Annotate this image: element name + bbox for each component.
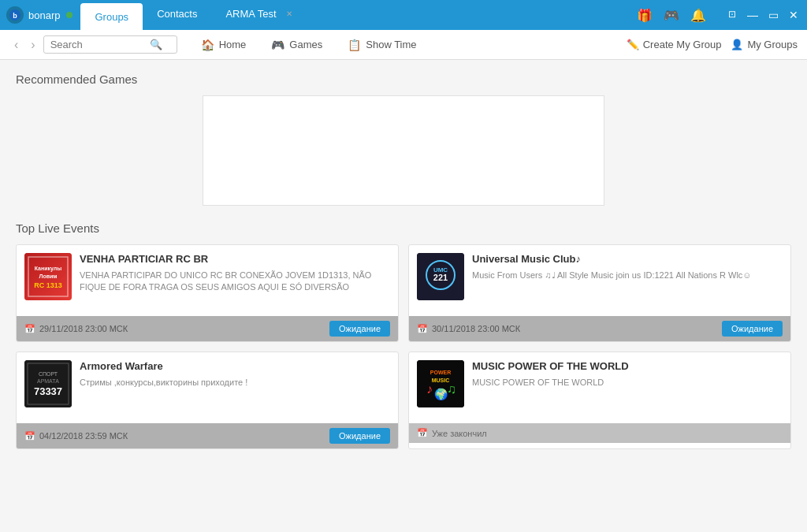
live-events-title: Top Live Events <box>16 221 791 235</box>
event-date-umc: 30/11/2018 23:00 МСК <box>432 324 520 333</box>
event-footer-left-rc-br: 📅 29/11/2018 23:00 МСК <box>24 324 128 334</box>
username-label: bonarp <box>28 9 60 21</box>
window-controls: ⊡ — ▭ ✕ <box>725 9 801 21</box>
calendar-icon-arma: 📅 <box>24 431 35 441</box>
nav-tab-showtime-label: Show Time <box>366 39 416 50</box>
bell-icon[interactable]: 🔔 <box>690 8 706 23</box>
event-body-arma: СПОРТ АРМАТА 73337 Armored Warfare Стрим… <box>17 352 398 423</box>
svg-text:b: b <box>13 12 17 20</box>
event-footer-left-umc: 📅 30/11/2018 23:00 МСК <box>417 324 520 334</box>
recommended-games-banner <box>203 95 604 206</box>
calendar-icon-umc: 📅 <box>417 324 428 334</box>
event-desc-rc-br: VENHA PARTICIPAR DO UNICO RC BR CONEXÃO … <box>80 270 390 294</box>
svg-text:🌍: 🌍 <box>434 388 448 401</box>
svg-text:СПОРТ: СПОРТ <box>39 371 58 377</box>
search-icon: 🔍 <box>150 39 162 50</box>
tab-bar: Groups Contacts ARMA Test ✕ <box>80 0 637 30</box>
calendar-icon-rc-br: 📅 <box>24 324 35 334</box>
title-bar: b bonarp Groups Contacts ARMA Test ✕ 🎁 🎮… <box>0 0 807 30</box>
nav-tab-home-label: Home <box>219 39 247 50</box>
toolbar-right: ✏️ Create My Group 👤 My Groups <box>627 39 798 50</box>
event-name-rc-br: VENHA PARTICIAR RC BR <box>80 253 390 265</box>
app-logo: b <box>6 6 24 24</box>
live-events-section: Top Live Events Каникулы Ловим RC 1313 <box>16 221 791 449</box>
logo-area: b bonarp <box>6 6 73 24</box>
nav-tab-games[interactable]: 🎮 Games <box>258 34 335 56</box>
create-group-label: Create My Group <box>643 39 722 50</box>
event-card-rc-br: Каникулы Ловим RC 1313 VENHA PARTICIAR R… <box>16 244 399 342</box>
event-card-music-world: POWER MUSIC ♪ 🌍 ♫ MUSIC POWER OF THE WOR… <box>408 352 791 449</box>
event-footer-arma: 📅 04/12/2018 23:59 МСК Ожидание <box>17 423 398 448</box>
tab-groups-label: Groups <box>95 11 128 23</box>
event-info-music-world: MUSIC POWER OF THE WORLD MUSIC POWER OF … <box>472 360 783 415</box>
svg-text:♪: ♪ <box>426 382 433 396</box>
tab-groups[interactable]: Groups <box>80 3 143 30</box>
svg-text:RC 1313: RC 1313 <box>34 281 62 289</box>
search-box: 🔍 <box>43 35 177 54</box>
minimize-button[interactable]: — <box>746 9 760 21</box>
my-groups-label: My Groups <box>747 39 798 50</box>
svg-text:POWER: POWER <box>430 370 451 375</box>
toolbar: ‹ › 🔍 🏠 Home 🎮 Games 📋 Show Time ✏️ Crea… <box>0 30 807 60</box>
svg-text:Ловим: Ловим <box>39 273 58 279</box>
event-card-umc: UMC 221 Universal Music Club♪ Music From… <box>408 244 791 342</box>
event-thumb-umc: UMC 221 <box>417 253 464 300</box>
svg-text:221: 221 <box>433 273 448 282</box>
nav-tabs: 🏠 Home 🎮 Games 📋 Show Time <box>188 34 623 56</box>
tab-contacts-label: Contacts <box>157 8 197 20</box>
event-date-rc-br: 29/11/2018 23:00 МСК <box>39 324 128 333</box>
event-footer-rc-br: 📅 29/11/2018 23:00 МСК Ожидание <box>17 316 398 341</box>
tab-arma-test[interactable]: ARMA Test ✕ <box>211 0 306 30</box>
svg-text:АРМАТА: АРМАТА <box>37 378 59 384</box>
fullscreen-button[interactable]: ⊡ <box>725 9 739 21</box>
event-thumb-arma: СПОРТ АРМАТА 73337 <box>24 360 72 407</box>
recommended-title: Recommended Games <box>16 73 791 86</box>
event-body-rc-br: Каникулы Ловим RC 1313 VENHA PARTICIAR R… <box>17 245 398 316</box>
svg-text:73337: 73337 <box>34 385 62 397</box>
forward-button[interactable]: › <box>26 35 39 55</box>
back-button[interactable]: ‹ <box>9 35 23 55</box>
event-info-umc: Universal Music Club♪ Music From Users ♫… <box>472 253 783 308</box>
showtime-icon: 📋 <box>348 39 361 51</box>
event-desc-umc: Music From Users ♫♩ All Style Music join… <box>472 270 783 281</box>
tab-arma-test-close[interactable]: ✕ <box>286 9 292 18</box>
svg-rect-16 <box>417 360 464 407</box>
event-body-music-world: POWER MUSIC ♪ 🌍 ♫ MUSIC POWER OF THE WOR… <box>409 352 790 423</box>
event-name-umc: Universal Music Club♪ <box>472 253 783 265</box>
event-footer-umc: 📅 30/11/2018 23:00 МСК Ожидание <box>409 316 790 341</box>
event-body-umc: UMC 221 Universal Music Club♪ Music From… <box>409 245 790 316</box>
event-thumb-rc-br: Каникулы Ловим RC 1313 <box>24 253 72 300</box>
event-card-arma: СПОРТ АРМАТА 73337 Armored Warfare Стрим… <box>16 352 399 449</box>
svg-text:Каникулы: Каникулы <box>35 266 62 272</box>
nav-tab-showtime[interactable]: 📋 Show Time <box>335 34 429 56</box>
restore-button[interactable]: ▭ <box>766 9 780 21</box>
games-icon: 🎮 <box>271 39 284 51</box>
event-status-music-world: Уже закончил <box>432 429 487 438</box>
my-groups-link[interactable]: 👤 My Groups <box>731 39 798 50</box>
svg-text:♫: ♫ <box>447 382 456 396</box>
tab-arma-test-label: ARMA Test <box>225 8 276 20</box>
event-footer-left-arma: 📅 04/12/2018 23:59 МСК <box>24 431 128 441</box>
nav-tab-home[interactable]: 🏠 Home <box>188 34 259 56</box>
event-date-arma: 04/12/2018 23:59 МСК <box>39 431 128 441</box>
close-button[interactable]: ✕ <box>787 9 801 21</box>
tab-contacts[interactable]: Contacts <box>143 0 211 30</box>
search-input[interactable] <box>50 39 145 50</box>
event-name-arma: Armored Warfare <box>80 360 390 372</box>
create-group-link[interactable]: ✏️ Create My Group <box>627 39 722 50</box>
nav-tab-games-label: Games <box>289 39 322 50</box>
events-grid: Каникулы Ловим RC 1313 VENHA PARTICIAR R… <box>16 244 791 449</box>
controller-icon[interactable]: 🎮 <box>664 8 679 23</box>
waiting-btn-rc-br[interactable]: Ожидание <box>329 321 390 337</box>
event-info-arma: Armored Warfare Стримы ,конкурсы,виктори… <box>80 360 390 415</box>
event-info-rc-br: VENHA PARTICIAR RC BR VENHA PARTICIPAR D… <box>80 253 390 308</box>
gift-icon[interactable]: 🎁 <box>637 8 653 23</box>
my-groups-icon: 👤 <box>731 39 743 50</box>
waiting-btn-umc[interactable]: Ожидание <box>722 321 783 337</box>
calendar-icon-music-world: 📅 <box>417 428 428 438</box>
waiting-btn-arma[interactable]: Ожидание <box>329 428 390 444</box>
title-bar-actions: 🎁 🎮 🔔 ⊡ — ▭ ✕ <box>637 8 801 23</box>
online-indicator <box>66 12 73 18</box>
home-icon: 🏠 <box>201 39 214 51</box>
event-footer-music-world: 📅 Уже закончил <box>409 423 790 443</box>
